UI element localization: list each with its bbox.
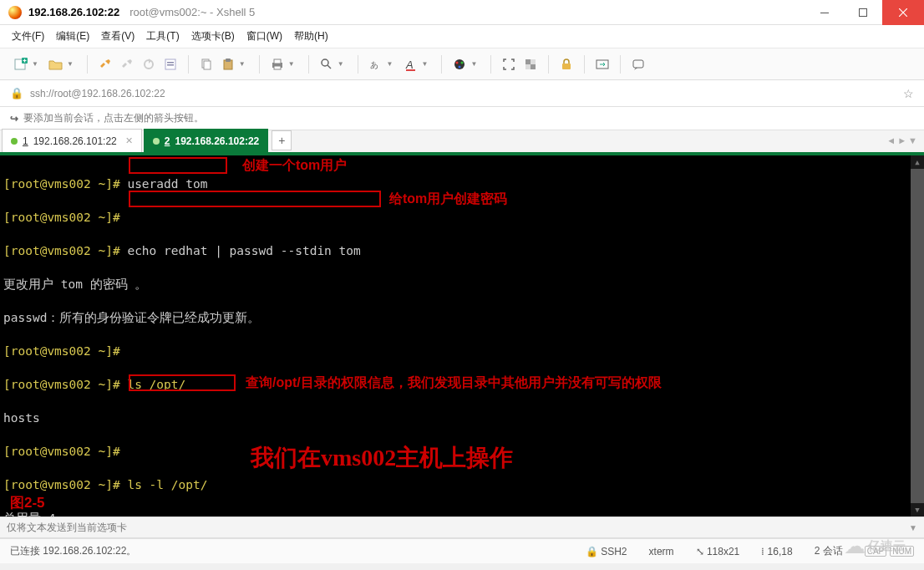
menu-tools[interactable]: 工具(T) bbox=[146, 29, 179, 43]
scroll-down-icon[interactable]: ▼ bbox=[911, 503, 924, 517]
svg-rect-6 bbox=[167, 62, 174, 64]
tab-label: 192.168.26.102:22 bbox=[175, 135, 259, 147]
compose-bar[interactable]: 仅将文本发送到当前选项卡 ▼ bbox=[0, 517, 924, 538]
status-bar: 已连接 192.168.26.102:22。 🔒 SSH2 xterm ⤡ 11… bbox=[0, 538, 924, 563]
watermark-text: 亿速云 bbox=[868, 538, 906, 554]
svg-rect-9 bbox=[204, 61, 211, 69]
new-session-icon[interactable] bbox=[12, 55, 30, 74]
maximize-button[interactable] bbox=[844, 0, 882, 25]
svg-rect-1 bbox=[860, 8, 867, 16]
tab-session-2[interactable]: 2 192.168.26.102:22 bbox=[144, 129, 268, 152]
svg-rect-28 bbox=[633, 60, 643, 68]
compose-placeholder: 仅将文本发送到当前选项卡 bbox=[7, 521, 127, 535]
tab-index: 1 bbox=[23, 135, 28, 147]
prompt: [root@vms002 ~]# bbox=[3, 445, 127, 458]
menu-tabs[interactable]: 选项卡(B) bbox=[191, 29, 235, 43]
window-title-sub: root@vms002:~ - Xshell 5 bbox=[129, 6, 255, 18]
terminal[interactable]: [root@vms002 ~]# useradd tom [root@vms00… bbox=[0, 155, 924, 517]
tab-index: 2 bbox=[165, 135, 170, 147]
lock-icon[interactable] bbox=[557, 55, 576, 74]
tab-session-1[interactable]: 1 192.168.26.101:22 ✕ bbox=[2, 129, 142, 152]
cursor-pos-icon: ⁞ bbox=[761, 546, 767, 557]
hint-text: 要添加当前会话，点击左侧的箭头按钮。 bbox=[23, 111, 204, 125]
annotation-box-useradd bbox=[129, 157, 227, 174]
prompt-cmd: [root@vms002 ~]# ls -l /opt/ bbox=[3, 478, 207, 491]
output: 总用量 4 bbox=[3, 511, 55, 517]
svg-rect-26 bbox=[562, 64, 571, 69]
tab-label: 192.168.26.101:22 bbox=[33, 135, 117, 147]
prompt: [root@vms002 ~]# bbox=[3, 244, 127, 257]
transparency-icon[interactable] bbox=[521, 55, 540, 74]
open-icon[interactable] bbox=[47, 55, 65, 74]
prompt: [root@vms002 ~]# bbox=[3, 211, 127, 224]
menu-bar: 文件(F) 编辑(E) 查看(V) 工具(T) 选项卡(B) 窗口(W) 帮助(… bbox=[0, 25, 924, 48]
font-icon[interactable]: A bbox=[402, 55, 420, 74]
annotation-useradd: 创建一个tom用户 bbox=[242, 157, 347, 174]
help-icon[interactable] bbox=[629, 55, 647, 74]
menu-window[interactable]: 窗口(W) bbox=[246, 29, 282, 43]
copy-icon[interactable] bbox=[197, 55, 216, 74]
add-session-arrow-icon[interactable]: ↪ bbox=[10, 113, 18, 125]
tab-close-icon[interactable]: ✕ bbox=[125, 135, 133, 146]
menu-view[interactable]: 查看(V) bbox=[101, 29, 135, 43]
cmd-passwd: echo redhat | passwd --stdin tom bbox=[127, 244, 360, 257]
annotation-main: 我们在vms002主机上操作 bbox=[251, 450, 513, 466]
bookmark-star-icon[interactable]: ☆ bbox=[903, 87, 914, 100]
properties-icon[interactable] bbox=[161, 55, 180, 74]
status-dot-icon bbox=[153, 138, 160, 145]
print-icon[interactable] bbox=[268, 55, 287, 74]
paste-icon[interactable] bbox=[219, 55, 237, 74]
annotation-box-ls-ld bbox=[129, 374, 236, 391]
toolbar: ▼ ▼ ▼ ▼ ▼ あ▼ A▼ ▼ bbox=[0, 48, 924, 80]
tab-nav-arrows[interactable]: ◄►▼ bbox=[886, 135, 917, 145]
terminal-scrollbar[interactable]: ▲ ▼ bbox=[911, 155, 924, 517]
prompt: [root@vms002 ~]# bbox=[3, 177, 127, 191]
title-bar: 192.168.26.102:22 root@vms002:~ - Xshell… bbox=[0, 0, 924, 25]
session-tabs: 1 192.168.26.101:22 ✕ 2 192.168.26.102:2… bbox=[0, 130, 924, 155]
tab-add-button[interactable]: + bbox=[272, 130, 292, 150]
svg-rect-13 bbox=[274, 59, 281, 64]
xftp-icon[interactable] bbox=[593, 55, 612, 74]
svg-point-21 bbox=[461, 61, 464, 64]
encoding-icon[interactable]: あ bbox=[367, 55, 385, 74]
lock-indicator-icon: 🔒 bbox=[10, 87, 23, 99]
status-cursor: 16,18 bbox=[768, 546, 793, 557]
status-dot-icon bbox=[11, 138, 18, 145]
fullscreen-icon[interactable] bbox=[500, 55, 518, 74]
lock-status-icon: 🔒 bbox=[586, 546, 601, 557]
close-button[interactable] bbox=[882, 0, 924, 25]
menu-edit[interactable]: 编辑(E) bbox=[56, 29, 89, 43]
watermark: ☁ 亿速云 bbox=[844, 530, 919, 562]
scroll-up-icon[interactable]: ▲ bbox=[911, 155, 924, 169]
app-icon bbox=[8, 6, 22, 19]
menu-file[interactable]: 文件(F) bbox=[12, 29, 44, 43]
output: hosts bbox=[3, 411, 40, 425]
resize-icon: ⤡ bbox=[696, 546, 707, 557]
status-sessions: 2 会话 bbox=[815, 544, 843, 558]
svg-rect-18 bbox=[406, 69, 415, 71]
color-scheme-icon[interactable] bbox=[450, 55, 469, 74]
hint-bar: ↪ 要添加当前会话，点击左侧的箭头按钮。 bbox=[0, 107, 924, 130]
window-controls bbox=[805, 0, 924, 25]
svg-rect-24 bbox=[525, 59, 531, 64]
disconnect-icon[interactable] bbox=[118, 55, 136, 74]
menu-help[interactable]: 帮助(H) bbox=[294, 29, 328, 43]
svg-rect-11 bbox=[226, 59, 231, 62]
output: 更改用户 tom 的密码 。 bbox=[3, 277, 147, 291]
status-size: 118x21 bbox=[707, 546, 739, 557]
svg-point-20 bbox=[456, 61, 459, 64]
annotation-figure: 图2-5 bbox=[10, 495, 45, 511]
svg-rect-25 bbox=[531, 64, 536, 69]
svg-rect-14 bbox=[274, 66, 281, 69]
cmd-useradd: useradd tom bbox=[127, 177, 207, 191]
connect-icon[interactable] bbox=[96, 55, 114, 74]
svg-text:あ: あ bbox=[370, 60, 378, 69]
annotation-box-passwd bbox=[129, 191, 381, 207]
svg-point-22 bbox=[459, 65, 461, 68]
address-url[interactable]: ssh://root@192.168.26.102:22 bbox=[30, 88, 165, 99]
svg-point-15 bbox=[322, 59, 328, 66]
cloud-icon: ☁ bbox=[844, 533, 866, 559]
minimize-button[interactable] bbox=[805, 0, 844, 25]
find-icon[interactable] bbox=[317, 55, 336, 74]
reconnect-icon[interactable] bbox=[140, 55, 158, 74]
